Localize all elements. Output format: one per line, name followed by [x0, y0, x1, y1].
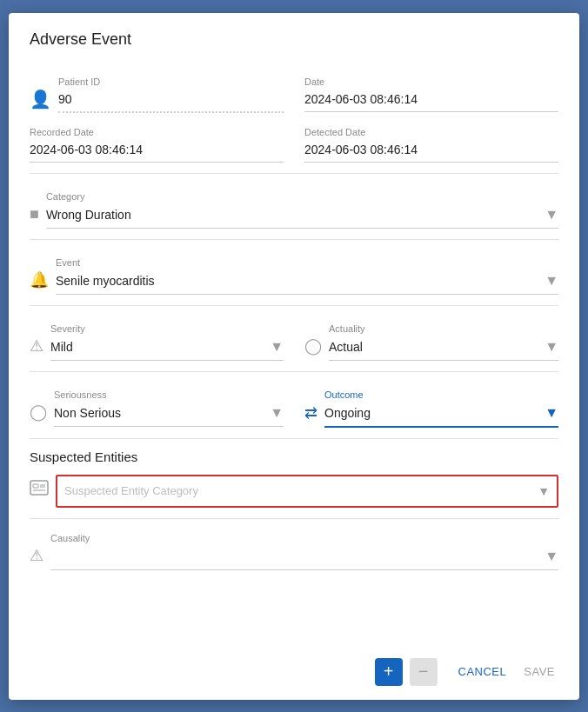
actuality-value: Actual — [329, 340, 363, 354]
seriousness-value: Non Serious — [54, 406, 121, 420]
save-button[interactable]: SAVE — [520, 660, 558, 683]
category-row: ■ Category Wrong Duration ▼ — [30, 184, 558, 229]
event-value: Senile myocarditis — [56, 274, 155, 288]
entity-category-select[interactable]: Suspected Entity Category ▼ — [56, 475, 558, 508]
svg-rect-1 — [33, 484, 38, 488]
patient-id-label: Patient ID — [58, 77, 284, 87]
seriousness-label: Seriousness — [54, 389, 284, 400]
causality-icon: ⚠ — [30, 546, 43, 565]
detected-date-label: Detected Date — [304, 127, 558, 137]
dates-row: Recorded Date 2024-06-03 08:46:14 Detect… — [30, 120, 558, 163]
recorded-date-value: 2024-06-03 08:46:14 — [30, 139, 284, 163]
dialog-header: Adverse Event — [9, 13, 579, 63]
severity-arrow-icon: ▼ — [270, 339, 284, 355]
category-value: Wrong Duration — [46, 208, 131, 222]
patient-id-field: 👤 Patient ID 90 — [30, 70, 284, 113]
actuality-arrow-icon: ▼ — [545, 339, 558, 355]
detected-date-value: 2024-06-03 08:46:14 — [304, 139, 558, 163]
severity-value: Mild — [50, 340, 73, 354]
event-arrow-icon: ▼ — [545, 273, 558, 289]
severity-select[interactable]: Mild ▼ — [50, 336, 284, 361]
recorded-date-field: Recorded Date 2024-06-03 08:46:14 — [30, 120, 284, 163]
causality-arrow-icon: ▼ — [545, 549, 558, 564]
recorded-date-label: Recorded Date — [30, 127, 284, 137]
outcome-value: Ongoing — [324, 406, 371, 420]
severity-icon: ⚠ — [30, 336, 43, 356]
patient-id-value: 90 — [58, 89, 284, 113]
event-icon: 🔔 — [30, 270, 49, 289]
outcome-field: ⇄ Outcome Ongoing ▼ — [304, 383, 558, 428]
entity-dropdown-arrow-icon: ▼ — [538, 484, 550, 498]
entity-icon — [30, 480, 49, 500]
date-value: 2024-06-03 08:46:14 — [304, 89, 558, 112]
seriousness-field: ◯ Seriousness Non Serious ▼ — [30, 383, 284, 428]
add-button[interactable]: + — [375, 658, 403, 686]
causality-label: Causality — [50, 533, 90, 543]
actuality-icon: ◯ — [304, 336, 322, 356]
patient-date-row: 👤 Patient ID 90 Date 2024-06-03 08:46:14 — [30, 70, 558, 113]
divider-3 — [30, 305, 558, 306]
causality-select[interactable]: ▼ — [50, 545, 558, 570]
divider-5 — [30, 438, 558, 439]
outcome-arrow-icon: ▼ — [545, 405, 558, 421]
severity-field: ⚠ Severity Mild ▼ — [30, 316, 284, 361]
category-label: Category — [46, 191, 558, 202]
actuality-select[interactable]: Actual ▼ — [329, 336, 558, 361]
dialog-title: Adverse Event — [30, 30, 131, 48]
divider-6 — [30, 518, 558, 519]
divider-4 — [30, 371, 558, 372]
date-field: Date 2024-06-03 08:46:14 — [304, 70, 558, 113]
category-icon: ■ — [30, 205, 39, 223]
divider-1 — [30, 173, 558, 174]
dialog-footer: + − CANCEL SAVE — [9, 651, 579, 700]
event-field: 🔔 Event Senile myocarditis ▼ — [30, 250, 558, 295]
suspected-entity-row: Suspected Entity Category ▼ — [30, 475, 558, 508]
causality-field: Causality ▼ — [50, 529, 558, 570]
entity-category-placeholder: Suspected Entity Category — [64, 484, 198, 497]
add-remove-buttons: + − — [375, 658, 438, 686]
detected-date-field: Detected Date 2024-06-03 08:46:14 — [304, 120, 558, 163]
seriousness-outcome-row: ◯ Seriousness Non Serious ▼ ⇄ Outcome — [30, 383, 558, 428]
severity-label: Severity — [50, 323, 284, 334]
remove-button[interactable]: − — [410, 658, 438, 686]
category-arrow-icon: ▼ — [545, 207, 558, 223]
outcome-icon: ⇄ — [304, 403, 317, 423]
entity-dropdown-wrapper: Suspected Entity Category ▼ — [56, 475, 558, 508]
event-select[interactable]: Senile myocarditis ▼ — [56, 269, 558, 295]
event-row: 🔔 Event Senile myocarditis ▼ — [30, 250, 558, 295]
event-label: Event — [56, 257, 558, 268]
date-label: Date — [304, 77, 558, 87]
seriousness-arrow-icon: ▼ — [270, 405, 284, 421]
outcome-select[interactable]: Ongoing ▼ — [324, 402, 558, 428]
divider-2 — [30, 239, 558, 240]
causality-row: ⚠ Causality ▼ — [30, 529, 558, 570]
category-select[interactable]: Wrong Duration ▼ — [46, 203, 558, 229]
actuality-field: ◯ Actuality Actual ▼ — [304, 316, 558, 361]
actuality-label: Actuality — [329, 323, 558, 334]
dialog-body: 👤 Patient ID 90 Date 2024-06-03 08:46:14… — [9, 63, 579, 651]
outcome-label: Outcome — [324, 389, 558, 400]
severity-actuality-row: ⚠ Severity Mild ▼ ◯ Actuality — [30, 316, 558, 361]
cancel-button[interactable]: CANCEL — [455, 660, 511, 683]
adverse-event-dialog: Adverse Event 👤 Patient ID 90 Date 2024-… — [9, 13, 579, 700]
category-field: ■ Category Wrong Duration ▼ — [30, 184, 558, 229]
person-icon: 👤 — [30, 89, 51, 110]
suspected-entities-title: Suspected Entities — [30, 449, 558, 464]
seriousness-select[interactable]: Non Serious ▼ — [54, 402, 284, 427]
seriousness-icon: ◯ — [30, 403, 47, 422]
